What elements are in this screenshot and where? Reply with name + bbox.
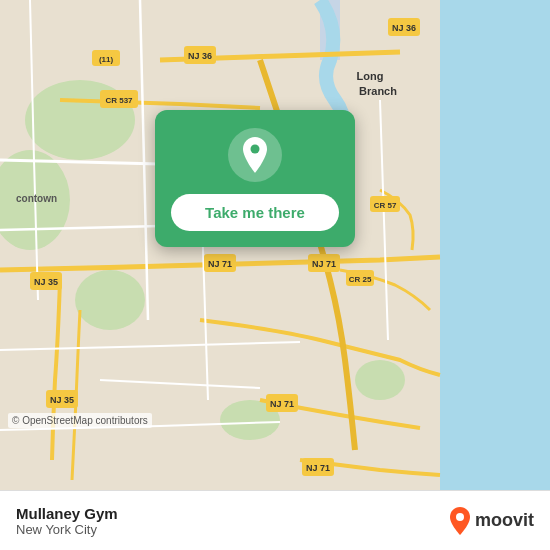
- svg-rect-0: [430, 0, 550, 490]
- place-name: Mullaney Gym: [16, 505, 118, 522]
- svg-text:NJ 71: NJ 71: [270, 399, 294, 409]
- svg-text:contown: contown: [16, 193, 57, 204]
- osm-credit: © OpenStreetMap contributors: [8, 413, 152, 428]
- svg-text:Branch: Branch: [359, 85, 397, 97]
- svg-point-37: [456, 513, 464, 521]
- svg-text:Long: Long: [357, 70, 384, 82]
- moovit-text: moovit: [475, 510, 534, 531]
- popup-overlay: Take me there: [155, 110, 355, 247]
- moovit-logo: moovit: [449, 507, 534, 535]
- svg-text:NJ 71: NJ 71: [306, 463, 330, 473]
- location-pin-icon: [240, 137, 270, 173]
- svg-text:NJ 36: NJ 36: [392, 23, 416, 33]
- moovit-logo-icon: [449, 507, 471, 535]
- svg-text:CR 25: CR 25: [349, 275, 372, 284]
- svg-point-36: [251, 145, 260, 154]
- popup-icon-wrap: [228, 128, 282, 182]
- svg-text:NJ 35: NJ 35: [50, 395, 74, 405]
- svg-text:NJ 36: NJ 36: [188, 51, 212, 61]
- bottom-bar: Mullaney Gym New York City moovit: [0, 490, 550, 550]
- take-me-there-button[interactable]: Take me there: [171, 194, 339, 231]
- svg-point-5: [75, 270, 145, 330]
- svg-text:(11): (11): [99, 55, 114, 64]
- svg-text:CR 537: CR 537: [105, 96, 133, 105]
- place-city: New York City: [16, 522, 118, 537]
- place-info: Mullaney Gym New York City: [16, 505, 118, 537]
- svg-point-6: [355, 360, 405, 400]
- svg-text:NJ 71: NJ 71: [208, 259, 232, 269]
- svg-text:CR 57: CR 57: [374, 201, 397, 210]
- svg-text:NJ 71: NJ 71: [312, 259, 336, 269]
- map-view[interactable]: NJ 36 NJ 36 CR 537 (11) NJ 71 NJ 71 NJ 7…: [0, 0, 550, 490]
- svg-text:NJ 35: NJ 35: [34, 277, 58, 287]
